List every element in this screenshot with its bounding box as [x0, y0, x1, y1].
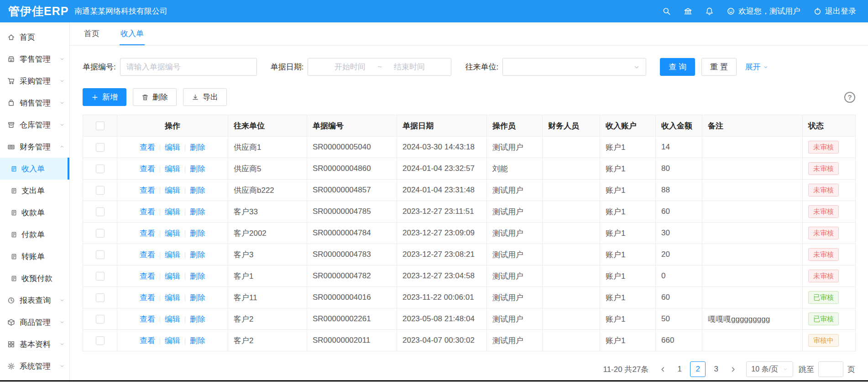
edit-link[interactable]: 编辑 [165, 164, 180, 173]
row-checkbox[interactable] [96, 315, 105, 324]
sidebar-subitem-3[interactable]: 付款单 [0, 223, 69, 245]
edit-link[interactable]: 编辑 [165, 186, 180, 195]
divider [185, 273, 185, 280]
cell-operator: 测试用户 [487, 330, 543, 351]
page-size-select[interactable]: 10 条/页 [746, 361, 793, 377]
row-checkbox[interactable] [96, 164, 105, 173]
delete-button[interactable]: 删除 [133, 88, 177, 106]
edit-link[interactable]: 编辑 [165, 250, 180, 259]
sidebar-subitem-4[interactable]: 转账单 [0, 245, 69, 267]
edit-link[interactable]: 编辑 [165, 315, 180, 324]
edit-link[interactable]: 编辑 [165, 207, 180, 216]
delete-link[interactable]: 删除 [190, 207, 205, 216]
delete-link[interactable]: 删除 [190, 143, 205, 152]
view-link[interactable]: 查看 [140, 229, 155, 238]
jump-unit: 页 [847, 364, 855, 375]
export-button-label: 导出 [203, 92, 218, 102]
search-button[interactable]: 查 询 [660, 58, 695, 76]
view-link[interactable]: 查看 [140, 143, 155, 152]
help-icon[interactable]: ? [844, 92, 855, 103]
sidebar-item-4[interactable]: 仓库管理 [0, 114, 69, 136]
export-button[interactable]: 导出 [183, 88, 227, 106]
page-number-3[interactable]: 3 [708, 361, 724, 377]
delete-link[interactable]: 删除 [190, 272, 205, 281]
sidebar-item-2[interactable]: 采购管理 [0, 70, 69, 92]
date-end-placeholder: 结束时间 [394, 62, 425, 72]
edit-link[interactable]: 编辑 [165, 272, 180, 281]
sidebar-item-0[interactable]: 首页 [0, 26, 69, 48]
view-link[interactable]: 查看 [140, 336, 155, 345]
report-icon [7, 297, 15, 304]
cell-finance [543, 137, 600, 158]
row-checkbox[interactable] [96, 250, 105, 259]
prev-page-button[interactable] [655, 361, 670, 377]
sidebar-item-label: 销售管理 [20, 98, 51, 108]
tab-1[interactable]: 收入单 [120, 22, 145, 45]
page-number-2[interactable]: 2 [690, 361, 706, 377]
edit-link[interactable]: 编辑 [165, 229, 180, 238]
bill-no-input[interactable] [120, 58, 257, 76]
delete-link[interactable]: 删除 [190, 250, 205, 259]
cell-amount: 0 [656, 265, 702, 287]
sidebar-subitem-2[interactable]: 收款单 [0, 202, 69, 223]
sidebar-item-8[interactable]: 基本资料 [0, 333, 69, 355]
logout-button[interactable]: 退出登录 [813, 6, 856, 16]
row-checkbox[interactable] [96, 229, 105, 238]
view-link[interactable]: 查看 [140, 272, 155, 281]
add-button-label: 新增 [102, 92, 118, 102]
delete-link[interactable]: 删除 [190, 315, 205, 324]
view-link[interactable]: 查看 [140, 293, 155, 302]
cell-operator: 刘能 [487, 158, 543, 180]
view-link[interactable]: 查看 [140, 186, 155, 195]
row-checkbox[interactable] [96, 186, 105, 195]
delete-link[interactable]: 删除 [190, 336, 205, 345]
delete-link[interactable]: 删除 [190, 229, 205, 238]
edit-link[interactable]: 编辑 [165, 143, 180, 152]
search-icon[interactable] [662, 7, 671, 16]
add-button[interactable]: 新增 [83, 88, 126, 106]
edit-link[interactable]: 编辑 [165, 336, 180, 345]
cell-bill-no: SR00000002011 [307, 330, 397, 351]
chevron-up-icon [59, 144, 65, 149]
view-link[interactable]: 查看 [140, 315, 155, 324]
bell-icon[interactable] [705, 7, 714, 16]
sidebar-subitem-0[interactable]: 收入单 [0, 158, 69, 180]
edit-link[interactable]: 编辑 [165, 293, 180, 302]
cell-amount: 60 [656, 201, 702, 223]
view-link[interactable]: 查看 [140, 164, 155, 173]
view-link[interactable]: 查看 [140, 207, 155, 216]
tab-0[interactable]: 首页 [83, 22, 100, 45]
sidebar-item-3[interactable]: 销售管理 [0, 92, 69, 114]
filter-bar: 单据编号: 单据日期: 开始时间 ~ 结束时间 往来单位: 查 询 重 置 展开 [70, 46, 868, 76]
delete-link[interactable]: 删除 [190, 293, 205, 302]
row-checkbox[interactable] [96, 293, 105, 302]
next-page-button[interactable] [725, 361, 741, 377]
row-checkbox[interactable] [96, 143, 105, 152]
sidebar-item-5[interactable]: 财务管理 [0, 136, 69, 158]
view-link[interactable]: 查看 [140, 250, 155, 259]
sidebar-subitem-5[interactable]: 收预付款 [0, 267, 69, 289]
chevron-down-icon [633, 64, 640, 71]
page-number-1[interactable]: 1 [672, 361, 687, 377]
bank-icon[interactable] [684, 7, 692, 16]
reset-button[interactable]: 重 置 [701, 58, 737, 76]
sidebar-item-7[interactable]: 商品管理 [0, 311, 69, 333]
row-checkbox[interactable] [96, 336, 105, 345]
expand-link[interactable]: 展开 [745, 62, 769, 72]
sidebar-subitem-1[interactable]: 支出单 [0, 180, 69, 202]
partner-select[interactable] [502, 58, 646, 76]
app-window: 管伊佳ERP 南通某某网络科技有限公司 欢迎您，测试用户 退出登录 首页零售管理… [0, 0, 868, 382]
sidebar-item-1[interactable]: 零售管理 [0, 48, 69, 70]
row-checkbox[interactable] [96, 207, 105, 216]
welcome-user[interactable]: 欢迎您，测试用户 [727, 6, 800, 16]
delete-link[interactable]: 删除 [190, 186, 205, 195]
select-all-checkbox[interactable] [96, 122, 105, 130]
table-row: 查看编辑删除供应商b222SR000000048572024-01-04 23:… [83, 180, 856, 201]
sidebar-item-6[interactable]: 报表查询 [0, 289, 69, 311]
delete-link[interactable]: 删除 [190, 164, 205, 173]
sidebar-item-9[interactable]: 系统管理 [0, 355, 69, 377]
divider [185, 316, 185, 323]
jump-input[interactable] [818, 361, 843, 377]
date-range-picker[interactable]: 开始时间 ~ 结束时间 [308, 58, 451, 76]
row-checkbox[interactable] [96, 272, 105, 281]
